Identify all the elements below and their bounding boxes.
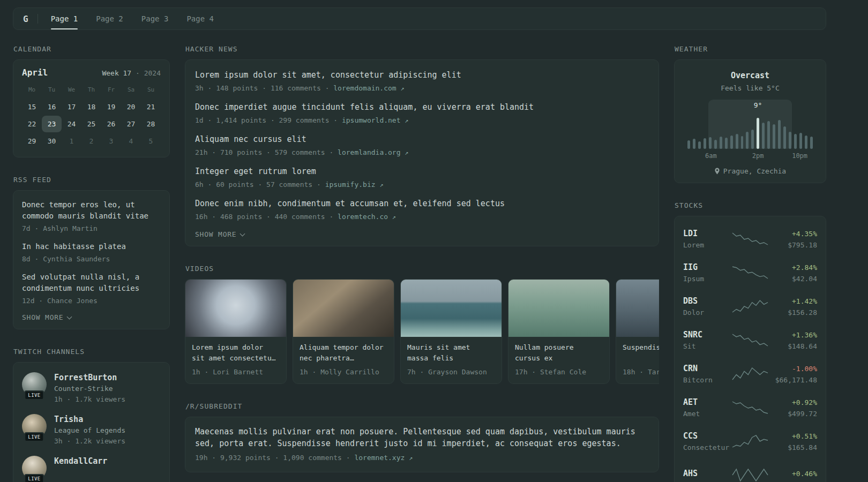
weather-widget: WEATHER Overcast Feels like 5°C 9° 6am2p… (674, 45, 826, 183)
channel-name[interactable]: KendallCarr (54, 456, 107, 466)
video-thumbnail[interactable] (401, 280, 502, 337)
stock-row[interactable]: DBS Dolor +1.42% $156.28 (683, 289, 817, 323)
location-pin-icon (714, 168, 720, 175)
weather-hour-bar (730, 135, 733, 149)
stock-price: $42.04 (769, 275, 817, 283)
stock-name: Sit (683, 342, 731, 350)
video-title[interactable]: Mauris sit amet massa felis (407, 342, 495, 364)
stock-price: $66,171.48 (769, 376, 817, 384)
video-body: Suspendis diam 18h · Tara (616, 337, 659, 383)
video-title[interactable]: Nullam posuere cursus ex (515, 342, 603, 364)
video-card[interactable]: Lorem ipsum dolor sit amet consectetu… 1… (185, 279, 287, 384)
video-card[interactable]: Aliquam tempor dolor nec pharetra… 1h · … (293, 279, 394, 384)
rss-item-title[interactable]: Donec tempor eros leo, ut commodo mauris… (22, 199, 161, 222)
rss-show-more-button[interactable]: SHOW MORE (22, 313, 161, 321)
stock-row[interactable]: AET Amet +0.92% $499.72 (683, 390, 817, 424)
stock-name: Dolor (683, 308, 731, 317)
stock-symbol[interactable]: CRN (683, 364, 731, 374)
nav-divider (38, 14, 38, 24)
twitch-channel[interactable]: LIVE KendallCarr (22, 456, 161, 480)
stock-row[interactable]: CRN Bitcorn -1.00% $66,171.48 (683, 357, 817, 390)
stock-row[interactable]: LDI Lorem +4.35% $795.18 (683, 222, 817, 255)
stock-sparkline (731, 401, 769, 415)
app-logo[interactable]: G (23, 14, 28, 24)
calendar-day: 2 (81, 133, 101, 149)
video-thumbnail[interactable] (508, 280, 609, 337)
weather-current-temp: 9° (754, 101, 762, 109)
channel-game[interactable]: League of Legends (54, 426, 125, 434)
channel-name[interactable]: ForrestBurton (54, 372, 125, 383)
video-card[interactable]: Suspendis diam 18h · Tara (616, 279, 659, 384)
rss-item-title[interactable]: Sed volutpat nulla nisl, a condimentum n… (22, 272, 161, 294)
channel-name[interactable]: Trisha (54, 414, 125, 425)
video-thumbnail[interactable] (616, 280, 659, 337)
video-card[interactable]: Mauris sit amet massa felis 7h · Grayson… (400, 279, 502, 384)
calendar-day: 28 (141, 116, 161, 132)
video-title[interactable]: Aliquam tempor dolor nec pharetra… (300, 342, 387, 364)
stock-symbol[interactable]: AHS (683, 469, 731, 479)
hackernews-widget: HACKER NEWS Lorem ipsum dolor sit amet, … (185, 45, 659, 246)
calendar-day: 15 (22, 99, 42, 115)
stock-symbol[interactable]: LDI (683, 229, 731, 239)
hackernews-item-title[interactable]: Aliquam nec cursus elit (195, 134, 649, 145)
channel-game[interactable]: Counter-Strike (54, 385, 125, 393)
stock-row[interactable]: AHS +0.46% (683, 458, 817, 482)
reddit-post-meta: 19h · 9,932 points · 1,090 comments · lo… (195, 453, 649, 463)
stock-symbol[interactable]: AET (683, 397, 731, 408)
twitch-channel[interactable]: LIVE ForrestBurton Counter-Strike 1h · 1… (22, 372, 161, 404)
calendar-day: 19 (101, 99, 121, 115)
stock-row[interactable]: IIG Ipsum +2.84% $42.04 (683, 255, 817, 289)
video-title[interactable]: Suspendis diam (623, 342, 659, 364)
hackernews-item: Donec enim nibh, condimentum et accumsan… (195, 198, 649, 222)
stock-row[interactable]: SNRC Sit +1.36% $148.64 (683, 323, 817, 357)
calendar-day-header: Sa (121, 83, 141, 98)
tab-page-2[interactable]: Page 2 (96, 8, 123, 29)
stock-symbol[interactable]: IIG (683, 262, 731, 273)
calendar-day: 3 (101, 133, 121, 149)
hackernews-item-domain[interactable]: ipsumify.biz ↗ (325, 180, 384, 189)
hackernews-item-title[interactable]: Donec imperdiet augue tincidunt felis al… (195, 102, 649, 113)
weather-time-label: 10pm (792, 152, 807, 160)
tab-page-3[interactable]: Page 3 (141, 8, 169, 29)
hackernews-item-title[interactable]: Donec enim nibh, condimentum et accumsan… (195, 198, 649, 209)
video-body: Nullam posuere cursus ex 17h · Stefan Co… (508, 337, 609, 383)
hackernews-item-title[interactable]: Lorem ipsum dolor sit amet, consectetur … (195, 70, 649, 81)
stock-change: +1.36% (769, 330, 817, 340)
calendar-day: 16 (42, 99, 62, 115)
video-title[interactable]: Lorem ipsum dolor sit amet consectetu… (192, 342, 280, 364)
weather-hour-bar (778, 120, 781, 149)
stock-price: $165.84 (769, 443, 817, 451)
calendar-day: 22 (22, 116, 42, 132)
stock-symbol[interactable]: SNRC (683, 330, 731, 340)
weather-hour-bar (720, 137, 722, 149)
stock-symbol[interactable]: CCS (683, 431, 731, 441)
hackernews-item-title[interactable]: Integer eget rutrum lorem (195, 166, 649, 177)
rss-item-title[interactable]: In hac habitasse platea (22, 241, 161, 252)
hackernews-item-domain[interactable]: loremdomain.com ↗ (333, 84, 404, 92)
hackernews-item: Integer eget rutrum lorem 6h · 60 points… (195, 166, 649, 190)
calendar-day: 5 (141, 133, 161, 149)
chevron-down-icon (67, 314, 72, 319)
reddit-post-title[interactable]: Maecenas mollis pulvinar erat non posuer… (195, 426, 649, 449)
hackernews-item-domain[interactable]: loremtech.co ↗ (338, 213, 396, 221)
weather-hour-bar (767, 121, 770, 149)
hackernews-item-domain[interactable]: ipsumworld.net ↗ (342, 116, 409, 124)
video-thumbnail[interactable] (185, 280, 286, 337)
twitch-channel[interactable]: LIVE Trisha League of Legends 3h · 1.2k … (22, 414, 161, 446)
hackernews-card: Lorem ipsum dolor sit amet, consectetur … (185, 59, 659, 246)
hackernews-show-more-button[interactable]: SHOW MORE (195, 230, 649, 238)
tab-page-4[interactable]: Page 4 (186, 8, 214, 29)
weather-hour-bar (709, 137, 712, 149)
stock-symbol[interactable]: DBS (683, 296, 731, 306)
video-meta: 1h · Lori Barnett (192, 367, 280, 377)
video-card[interactable]: Nullam posuere cursus ex 17h · Stefan Co… (508, 279, 610, 384)
hackernews-item-domain[interactable]: loremlandia.org ↗ (338, 148, 408, 156)
video-body: Lorem ipsum dolor sit amet consectetu… 1… (185, 337, 286, 383)
external-link-icon: ↗ (379, 181, 383, 189)
tab-page-1[interactable]: Page 1 (51, 8, 78, 29)
reddit-post-domain[interactable]: loremnet.xyz ↗ (354, 454, 413, 462)
stock-row[interactable]: CCS Consectetur +0.51% $165.84 (683, 424, 817, 458)
video-thumbnail[interactable] (293, 280, 394, 337)
middle-column: HACKER NEWS Lorem ipsum dolor sit amet, … (185, 37, 659, 482)
weather-section-title: WEATHER (675, 45, 826, 53)
